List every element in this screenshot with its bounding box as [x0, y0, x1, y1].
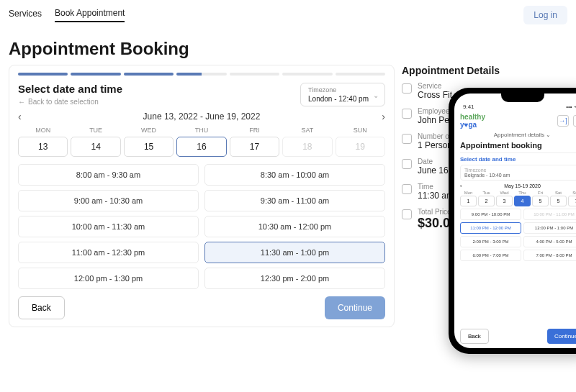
- time-slot[interactable]: 9:00 am - 10:30 am: [18, 190, 199, 211]
- phone-crumb[interactable]: Appointment details ⌄: [460, 132, 576, 138]
- login-button[interactable]: Log in: [523, 6, 567, 24]
- phone-subheading: Select date and time: [460, 156, 576, 163]
- timezone-label: Timezone: [308, 86, 377, 94]
- chevron-down-icon: ⌄: [373, 91, 379, 99]
- phone-timezone[interactable]: TimezoneBelgrade - 10:40 am ⌄: [460, 165, 576, 181]
- phone-time-slot[interactable]: 12:00 PM - 1:00 PM: [523, 222, 576, 234]
- progress-bar: [18, 73, 385, 76]
- week-range: June 13, 2022 - June 19, 2022: [143, 111, 261, 122]
- phone-day[interactable]: 7: [568, 196, 576, 206]
- detail-icon: [402, 83, 412, 94]
- slots-column-left: 8:00 am - 9:30 am9:00 am - 10:30 am10:00…: [18, 164, 199, 289]
- phone-time-slot[interactable]: 11:00 PM - 12:00 PM: [460, 222, 521, 234]
- day-cell[interactable]: 14: [71, 137, 120, 157]
- phone-status-icons: ••• ⌁ ▮: [566, 104, 576, 110]
- phone-day[interactable]: 1: [460, 196, 477, 206]
- phone-clock: 9:41: [463, 104, 474, 110]
- section-title: Select date and time: [18, 83, 122, 95]
- arrow-left-icon: ←: [18, 98, 25, 106]
- phone-day[interactable]: 3: [496, 196, 513, 206]
- day-cell[interactable]: 13: [18, 137, 68, 157]
- day-cell: 18: [282, 137, 332, 157]
- phone-login-icon[interactable]: →]: [557, 115, 569, 127]
- time-slot[interactable]: 8:30 am - 10:00 am: [204, 164, 385, 186]
- phone-menu-icon[interactable]: ≡: [573, 115, 576, 127]
- page-title: Appointment Booking: [0, 30, 576, 65]
- phone-day[interactable]: 2: [478, 196, 495, 206]
- dow-label: SAT: [282, 127, 332, 134]
- dow-label: MON: [18, 127, 68, 134]
- details-title: Appointment Details: [402, 65, 567, 76]
- detail-icon: [402, 159, 412, 169]
- phone-continue-button[interactable]: Continue: [547, 329, 576, 344]
- day-cell: 19: [336, 137, 385, 157]
- day-cell[interactable]: 17: [230, 137, 279, 157]
- detail-icon: [402, 209, 412, 219]
- dow-label: FRI: [230, 127, 279, 134]
- slots-column-right: 8:30 am - 10:00 am9:30 am - 11:00 am10:3…: [204, 164, 385, 289]
- back-button[interactable]: Back: [18, 296, 65, 319]
- booking-panel: Select date and time ← Back to date sele…: [9, 65, 395, 327]
- day-cell[interactable]: 16: [176, 137, 226, 157]
- detail-icon: [402, 184, 412, 194]
- phone-day[interactable]: 5: [532, 196, 549, 206]
- dow-label: TUE: [71, 127, 120, 134]
- phone-time-slot[interactable]: 6:00 PM - 7:00 PM: [460, 250, 521, 261]
- back-to-date-link[interactable]: ← Back to date selection: [18, 98, 122, 106]
- week-prev-button[interactable]: ‹: [18, 111, 22, 122]
- time-slot[interactable]: 9:30 am - 11:00 am: [204, 190, 385, 211]
- time-slot[interactable]: 11:00 am - 12:30 pm: [18, 242, 199, 263]
- phone-week-prev[interactable]: ‹: [460, 183, 462, 188]
- phone-logo: healthyy♥ga: [460, 113, 485, 129]
- continue-button[interactable]: Continue: [325, 296, 385, 319]
- phone-heading: Appointment booking: [460, 141, 576, 153]
- phone-time-slot[interactable]: 4:00 PM - 5:00 PM: [523, 236, 576, 247]
- dow-label: WED: [124, 127, 174, 134]
- time-slot[interactable]: 8:00 am - 9:30 am: [18, 164, 199, 186]
- nav-services[interactable]: Services: [9, 9, 42, 22]
- detail-icon: [402, 109, 412, 119]
- time-slot[interactable]: 12:00 pm - 1:30 pm: [18, 268, 199, 289]
- top-nav: Services Book Appointment Log in: [0, 0, 576, 30]
- phone-week-range: May 15-19 2020: [504, 183, 541, 188]
- time-slot[interactable]: 12:30 pm - 2:00 pm: [204, 268, 385, 289]
- phone-time-slot[interactable]: 9:00 PM - 10:00 PM: [460, 209, 521, 220]
- phone-time-slot[interactable]: 2:00 PM - 3:00 PM: [460, 236, 521, 247]
- back-to-date-label: Back to date selection: [28, 98, 99, 106]
- dow-label: THU: [176, 127, 226, 134]
- phone-day[interactable]: 5: [550, 196, 567, 206]
- phone-time-slot[interactable]: 7:00 PM - 8:00 PM: [523, 250, 576, 261]
- detail-icon: [402, 134, 412, 144]
- time-slot[interactable]: 10:00 am - 11:30 am: [18, 216, 199, 237]
- day-cell[interactable]: 15: [124, 137, 174, 157]
- timezone-value: London - 12:40 pm: [308, 95, 377, 103]
- dow-label: SUN: [336, 127, 385, 134]
- timezone-select[interactable]: Timezone London - 12:40 pm ⌄: [300, 83, 385, 106]
- time-slot[interactable]: 11:30 am - 1:00 pm: [204, 242, 385, 263]
- time-slot[interactable]: 10:30 am - 12:00 pm: [204, 216, 385, 237]
- week-next-button[interactable]: ›: [382, 111, 385, 122]
- nav-book[interactable]: Book Appointment: [55, 8, 125, 22]
- phone-back-button[interactable]: Back: [460, 329, 489, 344]
- phone-time-slot: 10:00 PM - 11:00 PM: [523, 209, 576, 220]
- days-row: MON13TUE14WED15THU16FRI17SAT18SUN19: [18, 127, 385, 157]
- phone-day[interactable]: 4: [514, 196, 531, 206]
- phone-mockup: 9:41 ••• ⌁ ▮ healthyy♥ga →] ≡ Appointmen…: [449, 88, 576, 354]
